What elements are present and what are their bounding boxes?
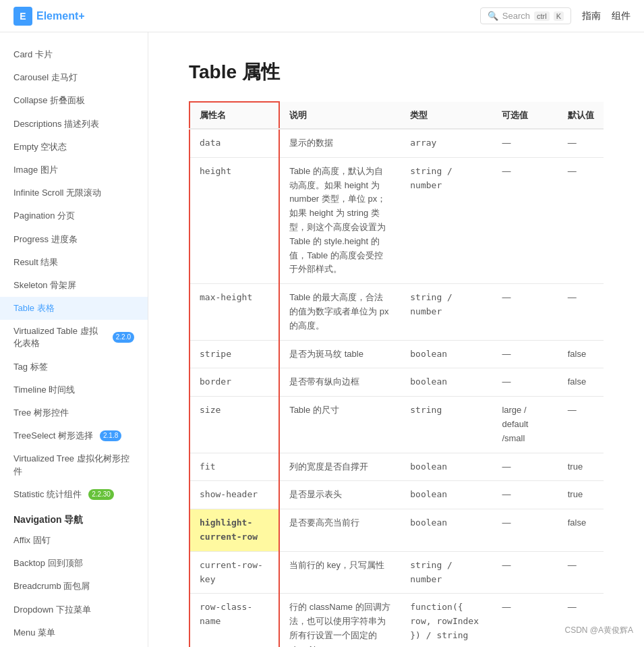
attr-name-stripe: stripe bbox=[189, 340, 279, 368]
attr-optional-row-class-name: — bbox=[492, 594, 558, 647]
sidebar-item-virtualized-tree[interactable]: Virtualized Tree 虚拟化树形控件 bbox=[0, 447, 148, 482]
attr-optional-show-header: — bbox=[492, 481, 558, 509]
attr-name-row-class-name: row-class-name bbox=[189, 594, 279, 647]
search-icon: 🔍 bbox=[488, 11, 498, 21]
table-row: stripe 是否为斑马纹 table boolean — false bbox=[189, 340, 604, 368]
sidebar: Card 卡片 Carousel 走马灯 Collapse 折叠面板 Descr… bbox=[0, 32, 148, 647]
attr-desc-stripe: 是否为斑马纹 table bbox=[279, 340, 401, 368]
sidebar-item-page-header[interactable]: Page Header 页头 bbox=[0, 644, 148, 647]
attr-type-data: array bbox=[401, 129, 492, 157]
attr-optional-current-row-key: — bbox=[492, 551, 558, 594]
attr-name-max-height: max-height bbox=[189, 284, 279, 340]
badge-statistic: 2.2.30 bbox=[88, 489, 114, 500]
attr-desc-height: Table 的高度，默认为自动高度。如果 height 为 number 类型，… bbox=[279, 157, 401, 283]
attr-desc-current-row-key: 当前行的 key，只写属性 bbox=[279, 551, 401, 594]
sidebar-item-treeselect[interactable]: TreeSelect 树形选择 2.1.8 bbox=[0, 424, 148, 447]
attr-default-row-class-name: — bbox=[558, 594, 604, 647]
sidebar-item-virtualized-table[interactable]: Virtualized Table 虚拟化表格 2.2.0 bbox=[0, 320, 148, 355]
attr-desc-highlight-current-row: 是否要高亮当前行 bbox=[279, 509, 401, 552]
sidebar-item-affix[interactable]: Affix 固钉 bbox=[0, 529, 148, 552]
attr-type-fit: boolean bbox=[401, 453, 492, 481]
attr-type-show-header: boolean bbox=[401, 481, 492, 509]
nav-guide[interactable]: 指南 bbox=[582, 10, 601, 22]
attr-default-show-header: true bbox=[558, 481, 604, 509]
attr-default-size: — bbox=[558, 397, 604, 453]
attr-optional-border: — bbox=[492, 368, 558, 397]
sidebar-item-dropdown[interactable]: Dropdown 下拉菜单 bbox=[0, 598, 148, 621]
attr-desc-fit: 列的宽度是否自撑开 bbox=[279, 453, 401, 481]
search-label: Search bbox=[502, 11, 530, 21]
top-nav: E Element+ 🔍 Search ctrl K 指南 组件 bbox=[0, 0, 644, 32]
attr-optional-height: — bbox=[492, 157, 558, 283]
sidebar-item-infinite-scroll[interactable]: Infinite Scroll 无限滚动 bbox=[0, 181, 148, 204]
sidebar-item-result[interactable]: Result 结果 bbox=[0, 251, 148, 274]
sidebar-item-descriptions[interactable]: Descriptions 描述列表 bbox=[0, 113, 148, 136]
logo-text: Element+ bbox=[36, 10, 85, 22]
attr-optional-size: large / default /small bbox=[492, 397, 558, 453]
badge-treeselect: 2.1.8 bbox=[100, 430, 121, 441]
attr-desc-max-height: Table 的最大高度，合法的值为数字或者单位为 px 的高度。 bbox=[279, 284, 401, 340]
attr-type-current-row-key: string / number bbox=[401, 551, 492, 594]
attr-type-max-height: string / number bbox=[401, 284, 492, 340]
page-title: Table 属性 bbox=[189, 59, 604, 85]
sidebar-item-backtop[interactable]: Backtop 回到顶部 bbox=[0, 552, 148, 575]
attr-name-highlight-current-row: highlight-current-row bbox=[189, 509, 279, 552]
attr-type-highlight-current-row: boolean bbox=[401, 509, 492, 552]
search-kbd-k: K bbox=[554, 11, 564, 21]
attr-default-fit: true bbox=[558, 453, 604, 481]
search-bar[interactable]: 🔍 Search ctrl K bbox=[480, 7, 571, 24]
table-row: max-height Table 的最大高度，合法的值为数字或者单位为 px 的… bbox=[189, 284, 604, 340]
attr-default-max-height: — bbox=[558, 284, 604, 340]
sidebar-item-tag[interactable]: Tag 标签 bbox=[0, 356, 148, 378]
sidebar-item-timeline[interactable]: Timeline 时间线 bbox=[0, 378, 148, 401]
sidebar-item-breadcrumb[interactable]: Breadcrumb 面包屑 bbox=[0, 575, 148, 598]
attr-default-highlight-current-row: false bbox=[558, 509, 604, 552]
attr-desc-size: Table 的尺寸 bbox=[279, 397, 401, 453]
attr-desc-row-class-name: 行的 className 的回调方法，也可以使用字符串为所有行设置一个固定的 c… bbox=[279, 594, 401, 647]
attr-name-fit: fit bbox=[189, 453, 279, 481]
sidebar-item-pagination[interactable]: Pagination 分页 bbox=[0, 204, 148, 227]
sidebar-item-statistic[interactable]: Statistic 统计组件 2.2.30 bbox=[0, 483, 148, 506]
layout: Card 卡片 Carousel 走马灯 Collapse 折叠面板 Descr… bbox=[0, 32, 644, 647]
search-kbd-ctrl: ctrl bbox=[534, 11, 550, 21]
table-row: show-header 是否显示表头 boolean — true bbox=[189, 481, 604, 509]
th-desc: 说明 bbox=[279, 102, 401, 129]
table-row: current-row-key 当前行的 key，只写属性 string / n… bbox=[189, 551, 604, 594]
sidebar-item-image[interactable]: Image 图片 bbox=[0, 159, 148, 181]
sidebar-item-skeleton[interactable]: Skeleton 骨架屏 bbox=[0, 274, 148, 297]
th-default: 默认值 bbox=[558, 102, 604, 129]
attr-name-size: size bbox=[189, 397, 279, 453]
table-row: fit 列的宽度是否自撑开 boolean — true bbox=[189, 453, 604, 481]
sidebar-item-menu[interactable]: Menu 菜单 bbox=[0, 621, 148, 644]
nav-components[interactable]: 组件 bbox=[612, 10, 631, 22]
attr-type-stripe: boolean bbox=[401, 340, 492, 368]
attr-optional-stripe: — bbox=[492, 340, 558, 368]
main-content: Table 属性 属性名 说明 类型 可选值 默认值 data 显示的数据 ar… bbox=[148, 32, 644, 647]
navigation-section-header: Navigation 导航 bbox=[0, 506, 148, 529]
table-row: border 是否带有纵向边框 boolean — false bbox=[189, 368, 604, 397]
sidebar-item-tree[interactable]: Tree 树形控件 bbox=[0, 401, 148, 424]
attr-optional-max-height: — bbox=[492, 284, 558, 340]
table-row: height Table 的高度，默认为自动高度。如果 height 为 num… bbox=[189, 157, 604, 283]
sidebar-navigation-group: Affix 固钉 Backtop 回到顶部 Breadcrumb 面包屑 Dro… bbox=[0, 529, 148, 647]
attr-name-border: border bbox=[189, 368, 279, 397]
sidebar-item-carousel[interactable]: Carousel 走马灯 bbox=[0, 66, 148, 89]
table-row: size Table 的尺寸 string large / default /s… bbox=[189, 397, 604, 453]
attr-type-size: string bbox=[401, 397, 492, 453]
attr-name-show-header: show-header bbox=[189, 481, 279, 509]
attr-optional-fit: — bbox=[492, 453, 558, 481]
attr-default-current-row-key: — bbox=[558, 551, 604, 594]
attr-type-row-class-name: function({ row, rowIndex }) / string bbox=[401, 594, 492, 647]
sidebar-item-table[interactable]: Table 表格 bbox=[0, 297, 148, 320]
attributes-table: 属性名 说明 类型 可选值 默认值 data 显示的数据 array — — bbox=[189, 101, 604, 647]
badge-virtualized-table: 2.2.0 bbox=[113, 332, 134, 343]
sidebar-item-progress[interactable]: Progress 进度条 bbox=[0, 228, 148, 251]
th-type: 类型 bbox=[401, 102, 492, 129]
th-optional: 可选值 bbox=[492, 102, 558, 129]
sidebar-item-empty[interactable]: Empty 空状态 bbox=[0, 136, 148, 159]
sidebar-item-card[interactable]: Card 卡片 bbox=[0, 43, 148, 66]
sidebar-item-collapse[interactable]: Collapse 折叠面板 bbox=[0, 89, 148, 112]
table-row: row-class-name 行的 className 的回调方法，也可以使用字… bbox=[189, 594, 604, 647]
attr-default-stripe: false bbox=[558, 340, 604, 368]
attr-name-current-row-key: current-row-key bbox=[189, 551, 279, 594]
